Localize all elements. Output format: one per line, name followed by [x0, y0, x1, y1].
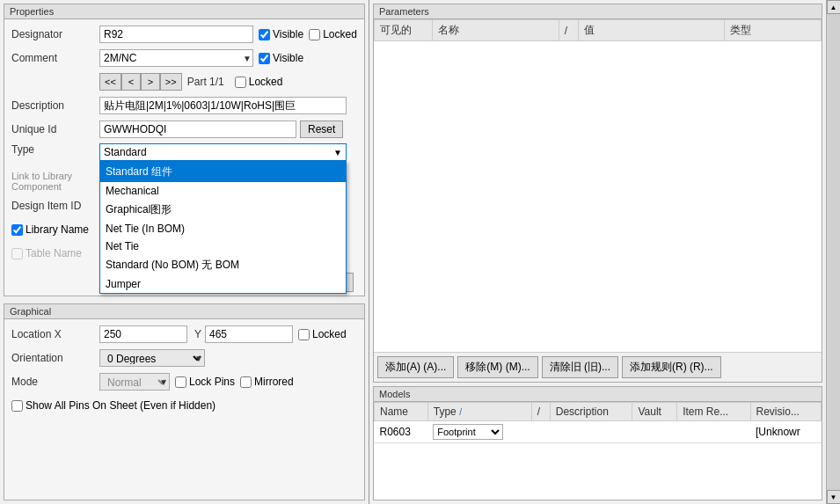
models-header-row: Name Type / / Description Vault Item Re.… — [375, 403, 822, 421]
comment-select[interactable]: 2M/NC — [99, 49, 253, 67]
properties-title: Properties — [4, 4, 364, 19]
models-title: Models — [374, 387, 822, 402]
models-type-sort: / — [459, 407, 462, 417]
type-option-standard-nobom[interactable]: Standard (No BOM) 无 BOM — [100, 255, 346, 275]
type-dropdown-menu: Standard 组件 Mechanical Graphical图形 Net T… — [99, 161, 347, 294]
part-text: Part 1/1 — [187, 76, 224, 88]
type-option-nettie[interactable]: Net Tie — [100, 237, 346, 255]
scroll-up-button[interactable]: ▲ — [827, 0, 841, 14]
type-label: Type — [11, 143, 99, 156]
location-x-label: Location X — [11, 328, 99, 340]
library-name-checkbox[interactable] — [11, 224, 23, 236]
show-pins-text: Show All Pins On Sheet (Even if Hidden) — [26, 399, 215, 412]
params-col-sort: / — [559, 20, 578, 41]
type-option-standard[interactable]: Standard 组件 — [100, 162, 346, 182]
models-col-vault: Vault — [632, 403, 677, 421]
type-option-nettie-bom[interactable]: Net Tie (In BOM) — [100, 220, 346, 237]
nav-prev-button[interactable]: < — [121, 73, 141, 91]
params-col-visible: 可见的 — [375, 20, 433, 41]
model-name-cell: R0603 — [375, 421, 428, 443]
parameters-title: Parameters — [374, 4, 822, 19]
graphical-section: Graphical Location X Y Locked Orientatio… — [4, 303, 365, 500]
nav-locked-checkbox[interactable] — [235, 77, 246, 88]
location-x-input[interactable] — [99, 325, 187, 343]
parameters-buttons: 添加(A) (A)... 移除(M) (M)... 清除旧 (旧)... 添加规… — [374, 352, 822, 382]
mirrored-label: Mirrored — [240, 376, 294, 388]
lock-pins-checkbox[interactable] — [175, 376, 186, 388]
design-item-id-label: Design Item ID — [11, 200, 99, 212]
mode-label: Mode — [11, 376, 99, 388]
params-add-button[interactable]: 添加(A) (A)... — [377, 356, 454, 378]
y-label: Y — [194, 328, 201, 340]
graphical-locked-label: Locked — [298, 328, 347, 340]
designator-visible-label: Visible — [259, 28, 303, 40]
params-remove-button[interactable]: 移除(M) (M)... — [457, 356, 537, 378]
mode-select[interactable]: Normal — [99, 373, 170, 391]
orientation-select[interactable]: 0 Degrees — [99, 349, 205, 367]
graphical-title: Graphical — [4, 304, 364, 319]
models-col-revision: Revisio... — [750, 403, 821, 421]
unique-id-input[interactable] — [99, 121, 296, 138]
description-row: Description — [11, 96, 357, 115]
mode-row: Mode Normal ▼ Lock Pins Mirrored — [11, 372, 357, 391]
designator-row: Designator Visible Locked — [11, 25, 357, 44]
scroll-track[interactable] — [827, 14, 840, 490]
model-type-select[interactable]: Footprint — [433, 424, 503, 440]
properties-content: Designator Visible Locked Comment — [4, 19, 364, 276]
graphical-content: Location X Y Locked Orientation 0 Degree… — [4, 319, 364, 425]
show-pins-checkbox[interactable] — [11, 400, 23, 412]
type-selected-value: Standard — [104, 146, 147, 158]
model-description-cell — [550, 421, 632, 443]
mirrored-checkbox[interactable] — [240, 376, 252, 388]
parameters-body: 可见的 名称 / 值 类型 — [374, 19, 822, 352]
show-pins-row: Show All Pins On Sheet (Even if Hidden) — [11, 396, 357, 415]
designator-locked-checkbox[interactable] — [309, 29, 320, 40]
unique-id-row: Unique Id Reset — [11, 120, 357, 139]
parameters-section: Parameters 可见的 名称 / 值 类型 — [373, 4, 822, 383]
designator-input[interactable] — [99, 26, 253, 43]
type-option-graphical[interactable]: Graphical图形 — [100, 200, 346, 220]
params-col-name: 名称 — [433, 20, 559, 41]
type-option-jumper[interactable]: Jumper — [100, 275, 346, 293]
params-add-rule-button[interactable]: 添加规则(R) (R)... — [622, 356, 721, 378]
reset-button[interactable]: Reset — [300, 121, 343, 138]
parameters-table: 可见的 名称 / 值 类型 — [374, 19, 822, 41]
right-panel: Parameters 可见的 名称 / 值 类型 — [369, 0, 826, 504]
location-y-input[interactable] — [205, 325, 293, 343]
nav-last-button[interactable]: >> — [160, 73, 182, 91]
orientation-row: Orientation 0 Degrees ▼ — [11, 348, 357, 368]
left-panel: Properties Designator Visible Locked — [0, 0, 369, 504]
models-col-type: Type / — [427, 403, 531, 421]
type-row: Type Standard ▼ Standard 组件 Mechanical G… — [11, 143, 357, 163]
models-col-name: Name — [375, 403, 428, 421]
table-name-label: Table Name — [26, 247, 82, 259]
description-label: Description — [11, 99, 99, 112]
params-header-row: 可见的 名称 / 值 类型 — [375, 20, 822, 41]
models-section: Models Name Type / / Description Vault I… — [373, 386, 822, 500]
unique-id-label: Unique Id — [11, 123, 99, 135]
graphical-locked-checkbox[interactable] — [298, 329, 310, 340]
comment-visible-checkbox[interactable] — [259, 53, 270, 64]
description-input[interactable] — [99, 97, 347, 114]
table-name-checkbox[interactable] — [11, 248, 23, 259]
properties-section: Properties Designator Visible Locked — [4, 4, 365, 296]
right-scrollbar: ▲ ▼ — [826, 0, 840, 504]
show-pins-label: Show All Pins On Sheet (Even if Hidden) — [11, 399, 215, 412]
scroll-down-button[interactable]: ▼ — [827, 490, 841, 504]
models-col-itemref: Item Re... — [677, 403, 750, 421]
comment-label: Comment — [11, 52, 99, 64]
params-clear-button[interactable]: 清除旧 (旧)... — [542, 356, 618, 378]
comment-visible-label: Visible — [259, 52, 303, 64]
comment-row: Comment 2M/NC ▼ Visible — [11, 48, 357, 68]
nav-next-button[interactable]: > — [141, 73, 160, 91]
nav-first-button[interactable]: << — [99, 73, 121, 91]
type-dropdown-display[interactable]: Standard ▼ — [99, 143, 347, 161]
library-name-check-label: Library Name — [11, 223, 99, 236]
designator-visible-checkbox[interactable] — [259, 29, 270, 40]
models-col-description: Description — [550, 403, 632, 421]
model-type-cell: Footprint — [427, 421, 531, 443]
params-col-value: 值 — [578, 20, 724, 41]
type-option-mechanical[interactable]: Mechanical — [100, 182, 346, 200]
library-name-label: Library Name — [26, 223, 89, 236]
model-slash-cell — [531, 421, 550, 443]
